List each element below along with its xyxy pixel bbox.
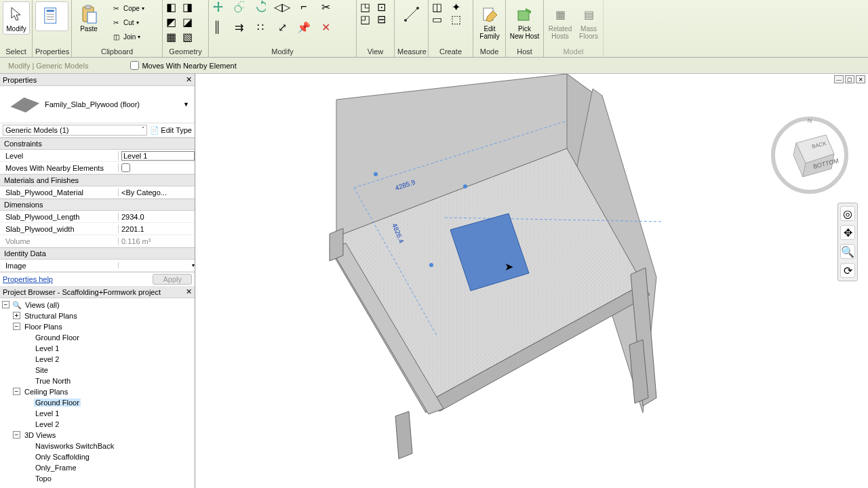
viewport-3d[interactable]: — ▢ ✕ 4285.9 4826.4 N [195,74,868,488]
trim-icon[interactable]: ⌐ [298,1,309,12]
create-icon-1[interactable]: ◫ [431,1,442,12]
viewcube[interactable]: N BACK BOTTOM [769,115,850,196]
model-canvas[interactable]: 4285.9 4826.4 [195,74,868,488]
tree-item[interactable]: Only_Frame [34,464,78,472]
offset-icon[interactable]: ⇉ [233,22,244,33]
tree-floorplans[interactable]: Floor Plans [23,323,64,331]
tree-item[interactable]: Site [34,366,50,374]
paste-icon [79,5,98,24]
volume-field: 0.116 m³ [118,237,195,245]
zoom-icon[interactable]: 🔍 [840,244,855,259]
delete-icon[interactable]: ✕ [320,22,331,33]
geom-icon-4[interactable]: ◪ [182,16,193,27]
close-icon[interactable]: ✕ [186,287,192,296]
mirror-icon[interactable]: ◁▷ [277,1,288,12]
tree-structural[interactable]: Structural Plans [23,312,79,320]
twist-icon[interactable]: − [2,301,9,308]
cope-btn[interactable]: ✂Cope▾ [107,1,148,15]
split-icon[interactable]: ✂ [320,1,331,12]
view-icon-4[interactable]: ⊟ [376,14,387,24]
join-btn[interactable]: ◫Join▾ [107,30,148,43]
level-field[interactable] [121,151,195,161]
section-dimensions[interactable]: Dimensions [0,199,195,211]
tree-root[interactable]: Views (all) [24,301,61,309]
tree-item[interactable]: Level 2 [34,420,60,428]
pan-icon[interactable]: ✥ [840,225,855,240]
svg-rect-7 [87,12,96,23]
modify-tool[interactable]: Modify [3,1,30,35]
geom-icon-5[interactable]: ▦ [165,31,176,42]
group-label-mode: Mode [473,47,505,57]
edit-family-icon [480,5,499,24]
type-selector[interactable]: Family_Slab_Plywood (floor) ▼ [0,86,195,123]
twist-icon[interactable]: − [13,323,20,330]
pick-new-host-btn[interactable]: Pick New Host [509,1,540,42]
tree-item[interactable]: Level 1 [34,344,60,352]
length-field[interactable]: 2934.0 [118,213,195,221]
view-icon-1[interactable]: ◳ [359,1,370,12]
element-filter[interactable]: Generic Models (1) ˅ [3,125,147,136]
edit-type-btn[interactable]: 📄Edit Type [150,126,192,135]
apply-button[interactable]: Apply [153,274,192,285]
width-field[interactable]: 2201.1 [118,225,195,233]
svg-rect-1 [46,10,54,12]
edit-family-btn[interactable]: Edit Family [476,1,503,42]
svg-line-10 [406,8,418,20]
rotate-icon[interactable] [255,1,266,12]
tree-item[interactable]: Ground Floor [34,333,81,342]
tree-item[interactable]: Topo [34,474,53,483]
measure-btn[interactable] [397,1,425,27]
section-identity[interactable]: Identity Data [0,247,195,260]
close-icon[interactable]: ✕ [186,75,192,84]
create-icon-2[interactable]: ✦ [450,1,461,12]
geom-icon-3[interactable]: ◩ [165,16,176,27]
type-thumb-icon [5,93,39,116]
tree-item[interactable]: Only Scaffolding [34,453,91,461]
properties-help-link[interactable]: Properties help [3,275,53,283]
property-grid: Constraints Level Moves With Nearby Elem… [0,138,195,272]
twist-icon[interactable]: − [13,388,20,395]
view-icon-2[interactable]: ⊡ [376,1,387,12]
scale-icon[interactable]: ⤢ [277,22,288,33]
twist-icon[interactable]: + [13,312,20,319]
moves-nearby-prop[interactable] [121,163,130,172]
paste-btn[interactable]: Paste [75,1,103,35]
properties-btn[interactable] [35,1,68,31]
svg-point-12 [416,7,419,9]
section-materials[interactable]: Materials and Finishes [0,174,195,186]
tree-3dviews[interactable]: 3D Views [23,431,57,439]
group-label-view: View [357,47,394,57]
geom-icon-2[interactable]: ◨ [182,1,193,12]
group-label-model: Model [544,47,603,57]
host-icon [515,5,534,24]
twist-icon[interactable]: − [13,431,20,439]
mass-floors-icon: ▤ [579,5,598,24]
tree-item[interactable]: Level 2 [34,355,60,363]
create-icon-3[interactable]: ▭ [431,14,442,24]
move-icon[interactable] [212,1,222,12]
copy-icon[interactable] [233,1,244,12]
cut-btn[interactable]: ✂Cut▾ [107,16,148,29]
material-field[interactable]: <By Catego... [118,188,195,197]
geom-icon-1[interactable]: ◧ [165,1,176,12]
section-constraints[interactable]: Constraints [0,138,195,150]
array-icon[interactable]: ∷ [255,22,266,33]
tree-item[interactable]: Navisworks SwitchBack [34,442,115,450]
pin-icon[interactable]: 📌 [298,22,309,33]
steering-wheel-icon[interactable]: ◎ [840,206,855,221]
moves-with-nearby-check[interactable]: Moves With Nearby Element [130,61,236,70]
moves-with-nearby-checkbox[interactable] [130,61,139,70]
tree-item[interactable]: Ground Floor [34,399,81,407]
project-browser[interactable]: −🔍 Views (all) +Structural Plans −Floor … [0,298,195,488]
tree-item[interactable]: Level 1 [34,409,60,418]
geom-icon-6[interactable]: ▧ [182,31,193,42]
nav-bar: ◎ ✥ 🔍 ⟳ [837,203,858,281]
create-icon-4[interactable]: ⬚ [450,14,461,24]
orbit-icon[interactable]: ⟳ [840,263,855,278]
image-field[interactable]: ▾ [118,262,195,268]
tree-ceilingplans[interactable]: Ceiling Plans [23,388,69,396]
svg-point-8 [235,5,241,12]
align-icon[interactable]: ║ [212,22,222,33]
tree-item[interactable]: True North [34,377,72,385]
view-icon-3[interactable]: ◰ [359,14,370,24]
